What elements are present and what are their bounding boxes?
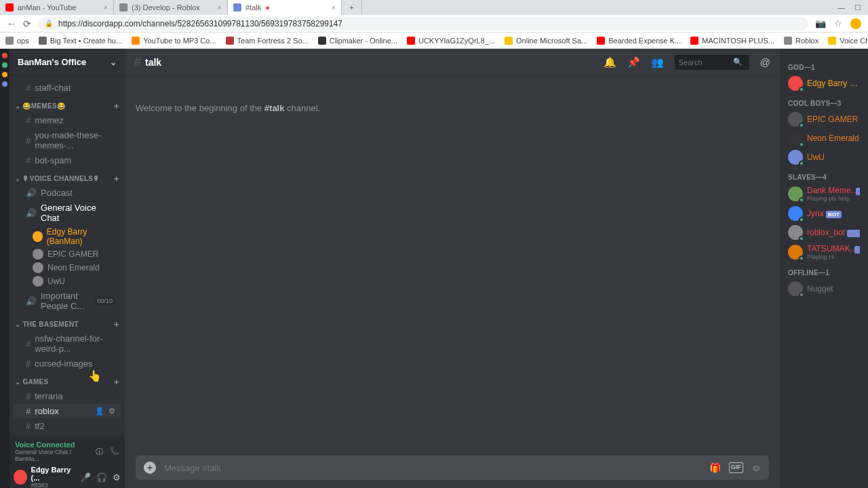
members-sidebar: GOD—1Edgy Barry (BanMaCOOL BOYS—3EPIC GA… <box>780 49 868 488</box>
text-channel[interactable]: #memez <box>14 113 121 127</box>
emoji-icon[interactable]: ☺ <box>751 462 761 473</box>
voice-user[interactable]: UwU <box>9 274 125 288</box>
avatar[interactable] <box>14 470 27 485</box>
camera-icon[interactable]: 📷 <box>815 18 826 29</box>
member-item[interactable]: Jynx BOT <box>785 204 863 223</box>
message-input-container: + 🎁 GIF ☺ <box>136 455 769 480</box>
info-icon[interactable]: ⓘ <box>96 447 103 457</box>
close-icon[interactable]: × <box>332 3 336 12</box>
message-input[interactable] <box>164 463 701 473</box>
member-item[interactable]: Edgy Barry (BanMa <box>785 74 863 93</box>
url-input[interactable]: 🔒 https://discordapp.com/channels/528265… <box>38 17 808 30</box>
new-tab-button[interactable]: + <box>342 0 362 15</box>
bookmark-item[interactable]: Voice Changer - On... <box>828 37 868 45</box>
text-channel[interactable]: #cursed-images <box>14 357 121 371</box>
bookmark-item[interactable]: Bearded Expense K... <box>597 37 681 45</box>
speaker-icon: 🔊 <box>26 208 37 218</box>
search-box[interactable]: 🔍 <box>675 55 749 70</box>
star-icon[interactable]: ☆ <box>834 18 842 29</box>
voice-status-label: Voice Connected <box>15 441 96 449</box>
user-panel: Edgy Barry (... #8383 🎤 🎧 ⚙ <box>9 466 125 488</box>
profile-icon[interactable] <box>850 18 861 29</box>
browser-tab[interactable]: anMan - YouTube× <box>0 0 114 15</box>
hash-icon: # <box>26 359 31 369</box>
bookmark-item[interactable]: Big Text • Create hu... <box>39 37 122 45</box>
bookmark-item[interactable]: Team Fortress 2 So... <box>226 37 309 45</box>
maximize-icon[interactable]: ☐ <box>854 3 861 12</box>
add-channel-icon[interactable]: + <box>114 174 119 184</box>
message-area: Welcome to the beginning of the #talk ch… <box>125 76 780 447</box>
voice-user[interactable]: Edgy Barry (BanMan) <box>9 226 125 247</box>
voice-user[interactable]: EPIC GAMER <box>9 247 125 261</box>
text-channel[interactable]: #tf2 <box>14 419 121 433</box>
search-input[interactable] <box>679 58 733 66</box>
add-channel-icon[interactable]: + <box>114 101 119 111</box>
user-tag: #8383 <box>31 482 76 488</box>
reload-icon[interactable]: ⟳ <box>23 18 31 29</box>
voice-user[interactable]: Neon Emerald <box>9 261 125 274</box>
text-channel[interactable]: #staff-chat <box>14 81 121 95</box>
bookmark-item[interactable]: MACINTOSH PLUS... <box>690 37 774 45</box>
channel-title: talk <box>145 57 161 68</box>
minimize-icon[interactable]: — <box>837 3 845 12</box>
text-channel[interactable]: #bot-spam <box>14 153 121 167</box>
add-channel-icon[interactable]: + <box>114 377 119 387</box>
close-icon[interactable]: × <box>218 3 222 12</box>
browser-tab[interactable]: #talk●× <box>228 0 342 15</box>
gif-icon[interactable]: GIF <box>729 462 743 473</box>
member-item[interactable]: UwU <box>785 148 863 167</box>
hash-icon: # <box>26 436 31 436</box>
close-icon[interactable]: × <box>104 3 108 12</box>
mentions-icon[interactable]: @ <box>760 56 770 68</box>
hash-icon: # <box>26 155 31 165</box>
bookmark-item[interactable]: YouTube to MP3 Co... <box>132 37 216 45</box>
settings-icon[interactable]: ⚙ <box>113 472 121 483</box>
welcome-text: Welcome to the beginning of the #talk ch… <box>136 103 769 113</box>
server-header[interactable]: BanMan's Office ⌄ <box>9 49 125 76</box>
lock-icon: 🔒 <box>45 20 53 27</box>
member-item[interactable]: Neon Emerald <box>785 129 863 148</box>
invite-icon[interactable]: 👤 <box>95 407 104 415</box>
member-item[interactable]: roblox_bot BOT <box>785 223 863 242</box>
category-header[interactable]: ⌄ 😂MEMES😂+ <box>9 96 125 113</box>
speaker-icon: 🔊 <box>26 188 37 198</box>
bookmark-item[interactable]: UCKYYlaG1ZyQrL8_... <box>407 37 495 45</box>
category-header[interactable]: ⌄ GAMES+ <box>9 371 125 388</box>
mute-icon[interactable]: 🎤 <box>80 472 91 483</box>
hash-icon: # <box>26 83 31 93</box>
gift-icon[interactable]: 🎁 <box>709 462 721 473</box>
address-bar: ← ⟳ 🔒 https://discordapp.com/channels/52… <box>0 15 868 33</box>
text-channel[interactable]: #nsfw-channel-for-weird-p... <box>14 331 121 356</box>
text-channel[interactable]: #roblox👤⚙ <box>14 404 121 418</box>
text-channel[interactable]: #you-made-these-memes-... <box>14 128 121 152</box>
member-item[interactable]: EPIC GAMER <box>785 110 863 129</box>
bookmark-item[interactable]: Roblox <box>784 37 818 45</box>
category-header[interactable]: ⌄ 🎙VOICE CHANNELS🎙+ <box>9 168 125 185</box>
voice-status-sub: General Voice Chat / BanMa... <box>15 449 96 462</box>
attach-icon[interactable]: + <box>144 462 156 474</box>
deafen-icon[interactable]: 🎧 <box>96 472 107 483</box>
category-header[interactable]: ⌄ THE BASEMENT+ <box>9 314 125 331</box>
server-list[interactable] <box>0 49 9 488</box>
search-icon: 🔍 <box>733 58 743 66</box>
member-item[interactable]: TATSUMAKI BOTPlaying Hi <box>785 242 863 262</box>
back-icon[interactable]: ← <box>7 18 16 29</box>
gear-icon[interactable]: ⚙ <box>108 407 115 415</box>
member-item[interactable]: Dank Memer BOTPlaying pls help <box>785 184 863 204</box>
text-channel[interactable]: #terraria <box>14 389 121 403</box>
chat-main: # talk 🔔 📌 👥 🔍 @ Welcome to the beginnin… <box>125 49 780 488</box>
pin-icon[interactable]: 📌 <box>627 56 640 68</box>
member-item[interactable]: Nugget <box>785 279 863 298</box>
disconnect-icon[interactable]: 📞 <box>110 447 119 457</box>
bookmark-item[interactable]: Online Microsoft Sa... <box>505 37 587 45</box>
bookmark-item[interactable]: ops <box>5 37 29 45</box>
bookmark-item[interactable]: Clipmaker - Online... <box>318 37 397 45</box>
browser-tab[interactable]: (3) Develop - Roblox× <box>114 0 228 15</box>
role-header: OFFLINE—1 <box>788 269 863 277</box>
members-icon[interactable]: 👥 <box>651 56 664 68</box>
voice-channel[interactable]: 🔊Important People C...00/10 <box>14 289 121 313</box>
voice-channel[interactable]: 🔊General Voice Chat <box>14 201 121 225</box>
voice-channel[interactable]: 🔊Podcast <box>14 186 121 200</box>
bell-icon[interactable]: 🔔 <box>604 56 616 68</box>
add-channel-icon[interactable]: + <box>114 319 119 329</box>
